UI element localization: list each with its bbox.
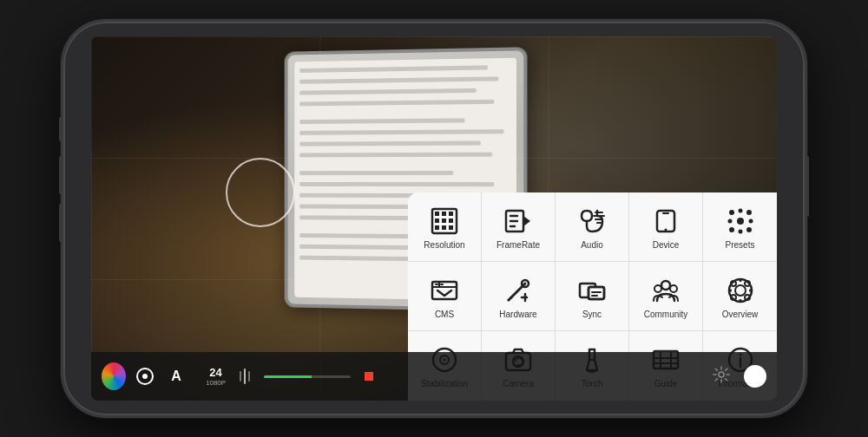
screen: Resolution FrameRate: [91, 36, 777, 401]
volume-up-button[interactable]: [59, 156, 62, 194]
phone-body: Resolution FrameRate: [61, 19, 807, 418]
overview-label: Overview: [722, 310, 759, 320]
svg-point-42: [731, 281, 736, 286]
svg-point-26: [738, 208, 742, 212]
community-icon: [650, 275, 681, 306]
sync-icon: [576, 275, 608, 306]
svg-point-29: [748, 218, 753, 223]
mute-button[interactable]: [59, 117, 62, 141]
presets-icon: [725, 205, 756, 237]
svg-point-37: [661, 281, 670, 290]
svg-point-43: [745, 281, 750, 286]
menu-item-community[interactable]: Community: [629, 262, 703, 331]
menu-item-cms[interactable]: CMS: [408, 262, 482, 331]
presets-label: Presets: [726, 240, 755, 251]
hardware-label: Hardware: [499, 310, 536, 320]
settings-button[interactable]: [713, 366, 730, 387]
framerate-label: FrameRate: [496, 240, 540, 251]
svg-rect-9: [449, 225, 453, 230]
fps-value: 24: [209, 366, 221, 379]
svg-point-41: [735, 285, 746, 296]
svg-rect-3: [435, 218, 439, 223]
svg-rect-48: [728, 289, 732, 291]
svg-point-45: [745, 295, 750, 300]
menu-item-hardware[interactable]: Hardware: [482, 262, 556, 331]
shutter-button[interactable]: [744, 365, 766, 388]
svg-point-24: [729, 227, 734, 232]
menu-item-resolution[interactable]: Resolution: [408, 192, 482, 262]
svg-point-21: [737, 218, 744, 225]
focus-circle: [226, 158, 295, 227]
svg-point-22: [729, 210, 734, 215]
svg-point-39: [670, 285, 677, 292]
svg-rect-47: [739, 299, 741, 303]
svg-point-65: [142, 374, 148, 379]
svg-point-40: [729, 279, 752, 302]
phone-container: Resolution FrameRate: [35, 10, 833, 427]
cms-icon: [429, 275, 460, 306]
volume-down-button[interactable]: [59, 204, 62, 242]
svg-rect-46: [739, 278, 741, 282]
menu-item-device[interactable]: Device: [629, 192, 703, 262]
power-button[interactable]: [806, 156, 809, 217]
framerate-icon: [503, 205, 534, 237]
record-indicator: [365, 372, 373, 381]
device-label: Device: [653, 240, 680, 251]
menu-item-framerate[interactable]: FrameRate: [482, 192, 556, 262]
cms-label: CMS: [435, 310, 454, 320]
sync-label: Sync: [582, 310, 602, 320]
progress-bar: [264, 375, 351, 378]
svg-point-66: [719, 372, 724, 377]
svg-rect-5: [449, 212, 453, 216]
resolution-value: 1080P: [206, 379, 226, 387]
svg-rect-7: [435, 225, 439, 230]
svg-rect-4: [442, 218, 446, 223]
community-label: Community: [644, 310, 688, 320]
resolution-icon: [429, 205, 460, 237]
svg-point-38: [654, 285, 661, 292]
resolution-label: Resolution: [424, 240, 464, 251]
bottom-toolbar: A 24 1080P: [91, 352, 777, 401]
overview-icon: [725, 275, 756, 306]
audio-label: Audio: [581, 240, 603, 251]
menu-item-presets[interactable]: Presets: [703, 192, 777, 262]
svg-point-44: [731, 295, 736, 300]
focus-button[interactable]: [133, 364, 157, 388]
svg-point-23: [746, 210, 752, 215]
svg-rect-8: [442, 225, 446, 230]
menu-item-sync[interactable]: Sync: [556, 262, 629, 331]
auto-button[interactable]: A: [164, 364, 188, 388]
siri-button[interactable]: [102, 364, 126, 388]
svg-rect-6: [449, 218, 453, 223]
svg-point-27: [738, 229, 742, 233]
menu-item-overview[interactable]: Overview: [703, 262, 777, 331]
audio-icon: [576, 205, 608, 237]
device-icon: [650, 205, 681, 237]
svg-point-19: [665, 228, 667, 231]
svg-point-25: [746, 227, 752, 232]
hardware-icon: [503, 275, 534, 306]
svg-rect-2: [442, 212, 446, 216]
menu-item-audio[interactable]: Audio: [556, 192, 629, 262]
svg-rect-49: [749, 289, 753, 291]
svg-point-28: [727, 218, 732, 223]
svg-rect-1: [435, 212, 439, 216]
